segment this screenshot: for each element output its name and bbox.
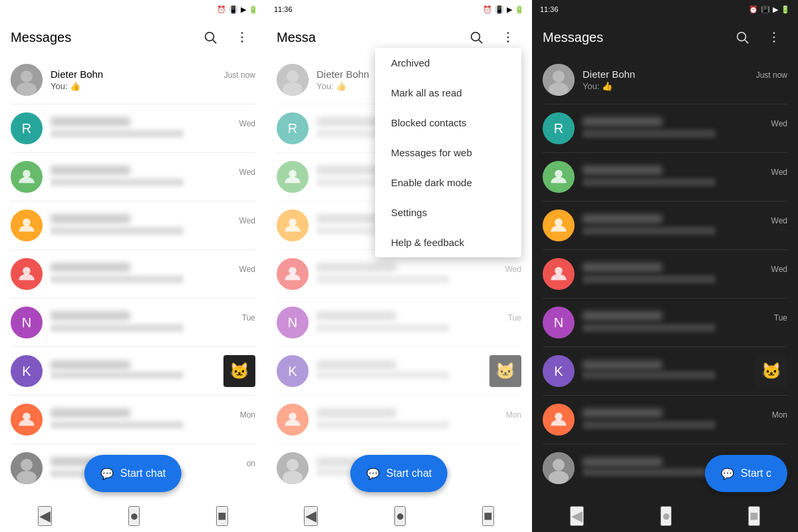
message-item-k1-dark[interactable]: K 🐱 <box>532 347 798 395</box>
message-item-n1-dark[interactable]: N Tue <box>532 299 798 346</box>
message-preview-r1-light <box>51 130 184 138</box>
message-item-r2-dark[interactable]: Wed <box>532 250 798 298</box>
svg-line-1 <box>213 40 216 43</box>
message-content-r2-light: Wed <box>51 263 255 286</box>
more-button-dark[interactable] <box>761 24 787 51</box>
svg-point-6 <box>21 70 33 82</box>
search-button-dark[interactable] <box>729 24 755 51</box>
home-button-dark[interactable]: ● <box>660 506 672 526</box>
message-item-o1-middle[interactable]: Mon <box>266 396 532 444</box>
app-title-middle: Messa <box>277 30 316 45</box>
message-time-y1-light: Wed <box>239 216 255 225</box>
status-icons-dark: ⏰ 📳 ▶ 🔋 <box>749 5 790 14</box>
svg-point-39 <box>555 219 563 227</box>
avatar-n1-light: N <box>11 307 43 338</box>
home-button-middle[interactable]: ● <box>394 506 406 526</box>
message-item-y1-light[interactable]: Wed <box>0 201 266 249</box>
svg-point-7 <box>17 82 37 96</box>
recents-button-dark[interactable]: ■ <box>748 506 759 526</box>
app-bar-icons-middle <box>463 24 521 51</box>
vibrate-icon-mid: 📳 <box>495 5 504 14</box>
alarm-icon: ⏰ <box>217 5 226 14</box>
svg-line-31 <box>745 40 748 43</box>
avatar-g1-dark <box>543 161 575 193</box>
start-chat-fab-light[interactable]: 💬 Start chat <box>84 455 182 492</box>
message-header-g1-light: Wed <box>51 166 255 177</box>
message-preview-dieter-dark: You: 👍 <box>583 81 787 91</box>
svg-point-44 <box>549 471 569 484</box>
app-bar-icons-light <box>197 24 255 51</box>
dropdown-menu: Archived Mark all as read Blocked contac… <box>375 48 521 257</box>
search-button-middle[interactable] <box>463 24 489 51</box>
message-item-o1-light[interactable]: Mon <box>0 396 266 444</box>
app-bar-icons-dark <box>729 24 787 51</box>
avatar-o1-dark <box>543 404 575 436</box>
message-item-r2-light[interactable]: Wed <box>0 250 266 298</box>
message-item-r1-dark[interactable]: R Wed <box>532 104 798 152</box>
menu-item-archived[interactable]: Archived <box>375 48 521 78</box>
message-list-light: Dieter Bohn Just now You: 👍 R Wed <box>0 56 266 500</box>
menu-item-settings[interactable]: Settings <box>375 198 521 227</box>
nav-bar-dark: ◀ ● ■ <box>532 500 798 532</box>
menu-item-help[interactable]: Help & feedback <box>375 227 521 257</box>
nav-bar-light: ◀ ● ■ <box>0 500 266 532</box>
svg-point-22 <box>283 82 303 96</box>
svg-point-30 <box>737 33 746 41</box>
contact-name-k1-light <box>51 360 130 370</box>
svg-point-15 <box>471 33 480 41</box>
svg-point-41 <box>555 413 563 421</box>
more-button-light[interactable] <box>229 24 255 51</box>
message-item-k1-light[interactable]: K 🐱 <box>0 347 266 395</box>
avatar-g1-light <box>11 161 43 193</box>
contact-name-g1-light <box>51 166 130 175</box>
svg-point-23 <box>289 170 297 178</box>
message-item-g1-dark[interactable]: Wed <box>532 153 798 201</box>
message-item-n1-middle[interactable]: N Tue <box>266 299 532 346</box>
menu-item-messages-web[interactable]: Messages for web <box>375 138 521 168</box>
message-item-n1-light[interactable]: N Tue <box>0 299 266 346</box>
status-time-dark: 11:36 <box>540 5 559 13</box>
message-item-y1-dark[interactable]: Wed <box>532 201 798 249</box>
start-chat-fab-dark[interactable]: 💬 Start c <box>705 455 787 492</box>
message-content-n1-light: Tue <box>51 311 255 334</box>
avatar-dieter-middle <box>277 64 309 96</box>
avatar-k1-light: K <box>11 355 43 387</box>
recents-button-middle[interactable]: ■ <box>482 506 493 526</box>
message-preview-n1-light <box>51 324 184 332</box>
svg-point-14 <box>17 471 37 484</box>
avatar-n1-middle: N <box>277 307 309 338</box>
start-chat-fab-middle[interactable]: 💬 Start chat <box>350 455 448 492</box>
menu-item-dark-mode[interactable]: Enable dark mode <box>375 168 521 198</box>
message-item-k1-middle[interactable]: K 🐱 <box>266 347 532 395</box>
svg-point-3 <box>241 37 243 39</box>
back-button-light[interactable]: ◀ <box>38 506 52 526</box>
back-button-middle[interactable]: ◀ <box>304 506 318 526</box>
message-item-dieter-light[interactable]: Dieter Bohn Just now You: 👍 <box>0 56 266 104</box>
message-item-dieter-dark[interactable]: Dieter Bohn Just now You: 👍 <box>532 56 798 104</box>
home-button-light[interactable]: ● <box>128 506 140 526</box>
search-button-light[interactable] <box>197 24 223 51</box>
svg-point-2 <box>241 32 243 34</box>
contact-name-r1-light <box>51 117 130 126</box>
app-title-dark: Messages <box>543 30 603 45</box>
menu-item-mark-read[interactable]: Mark all as read <box>375 78 521 108</box>
contact-name-dieter-middle: Dieter Bohn <box>317 68 369 80</box>
message-header-r2-light: Wed <box>51 263 255 274</box>
menu-item-blocked[interactable]: Blocked contacts <box>375 108 521 138</box>
message-preview-o1-light <box>51 421 184 429</box>
more-button-middle[interactable] <box>495 24 521 51</box>
back-button-dark[interactable]: ◀ <box>570 506 584 526</box>
wifi-icon: ▶ <box>241 5 246 14</box>
svg-point-33 <box>773 37 775 39</box>
message-item-g1-light[interactable]: Wed <box>0 153 266 201</box>
chat-icon-light: 💬 <box>100 467 114 480</box>
status-bar-light: ⏰ 📳 ▶ 🔋 <box>0 0 266 19</box>
recents-button-light[interactable]: ■ <box>216 506 227 526</box>
message-item-r1-light[interactable]: R Wed <box>0 104 266 152</box>
message-item-o1-dark[interactable]: Mon <box>532 396 798 444</box>
message-preview-r2-light <box>51 275 184 283</box>
panel-light: ⏰ 📳 ▶ 🔋 Messages <box>0 0 266 532</box>
message-header-o1-light: Mon <box>51 408 255 420</box>
nav-bar-middle: ◀ ● ■ <box>266 500 532 532</box>
message-header-n1-light: Tue <box>51 311 255 323</box>
